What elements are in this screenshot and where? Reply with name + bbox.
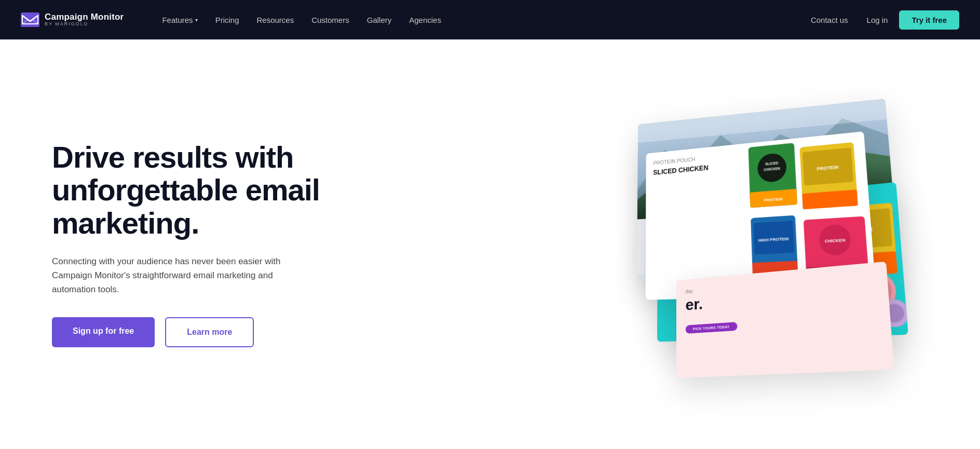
logo-icon xyxy=(21,12,39,27)
nav-resources[interactable]: Resources xyxy=(249,11,301,29)
email-cards-container: GROUNDED Your mountain is waiting! Two d… xyxy=(596,83,980,405)
email-card-day: day er. PICK YOURS TODAY xyxy=(676,262,894,378)
hero-section: Drive results with unforgettable email m… xyxy=(0,39,980,448)
nav-features[interactable]: Features ▾ xyxy=(155,11,205,29)
navbar: Campaign Monitor by MARIGOLD Features ▾ … xyxy=(0,0,980,39)
nav-right: Contact us Log in Try it free xyxy=(804,10,959,30)
hero-title: Drive results with unforgettable email m… xyxy=(52,141,332,240)
svg-text:CHICKEN: CHICKEN xyxy=(825,237,846,243)
nav-gallery[interactable]: Gallery xyxy=(360,11,399,29)
nav-pricing[interactable]: Pricing xyxy=(208,11,247,29)
hero-visual: GROUNDED Your mountain is waiting! Two d… xyxy=(596,83,980,405)
card1-cta: PICK YOURS TODAY xyxy=(686,322,738,334)
logo-link[interactable]: Campaign Monitor by MARIGOLD xyxy=(21,12,124,28)
svg-rect-0 xyxy=(21,12,39,27)
nav-customers[interactable]: Customers xyxy=(304,11,357,29)
hero-content: Drive results with unforgettable email m… xyxy=(52,141,332,348)
chevron-down-icon: ▾ xyxy=(195,17,198,23)
contact-link[interactable]: Contact us xyxy=(804,11,855,29)
logo-main-text: Campaign Monitor xyxy=(45,12,124,22)
signup-button[interactable]: Sign up for free xyxy=(52,317,155,347)
nav-links: Features ▾ Pricing Resources Customers G… xyxy=(155,11,803,29)
login-link[interactable]: Log in xyxy=(860,11,895,29)
learn-more-button[interactable]: Learn more xyxy=(165,317,254,347)
nav-agencies[interactable]: Agencies xyxy=(402,11,448,29)
try-free-button[interactable]: Try it free xyxy=(899,10,959,30)
logo-sub-text: by MARIGOLD xyxy=(45,22,124,27)
hero-subtitle: Connecting with your audience has never … xyxy=(52,254,291,297)
hero-buttons: Sign up for free Learn more xyxy=(52,317,332,347)
